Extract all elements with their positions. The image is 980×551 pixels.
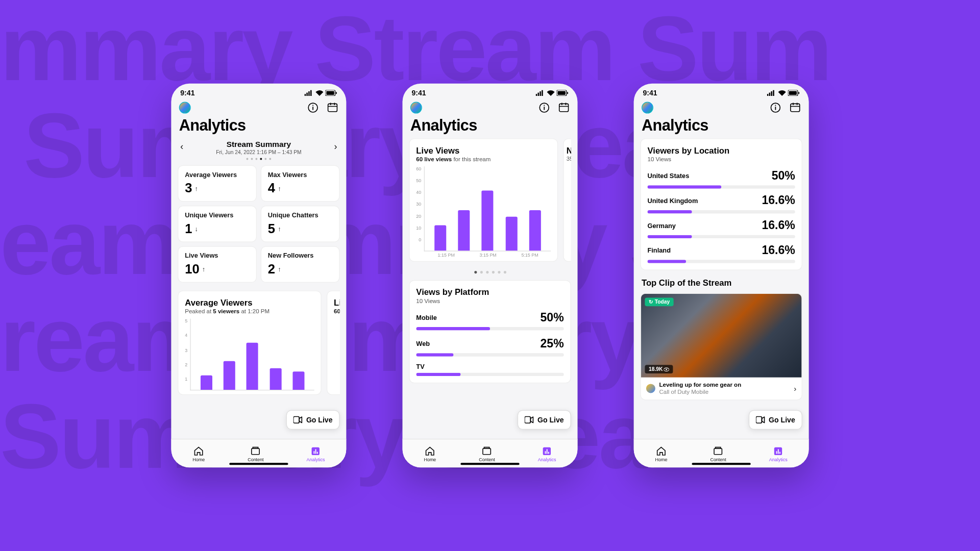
video-icon — [524, 416, 533, 423]
location-pct: 50% — [772, 169, 795, 183]
x-axis: 1:15 PM3:15 PM5:15 PM — [425, 253, 551, 257]
tab-content[interactable]: Content — [248, 445, 263, 461]
avatar[interactable] — [179, 102, 191, 114]
location-name: Finland — [647, 247, 671, 254]
stat-label: Unique Chatters — [268, 212, 333, 219]
info-icon[interactable] — [770, 102, 781, 114]
platform-row: Mobile50% — [416, 311, 564, 330]
svg-rect-5 — [326, 91, 334, 95]
svg-rect-15 — [252, 448, 259, 455]
status-time: 9:41 — [411, 89, 426, 96]
partial-chart-card[interactable]: Liv 60 liv — [327, 290, 340, 395]
avatar[interactable] — [410, 102, 422, 114]
tab-analytics[interactable]: Analytics — [538, 445, 556, 461]
svg-rect-3 — [310, 90, 312, 96]
svg-rect-37 — [545, 451, 546, 454]
stat-label: New Followers — [268, 252, 333, 259]
chart-title: Live Views — [416, 145, 551, 155]
avatar[interactable] — [642, 102, 653, 114]
svg-rect-39 — [548, 452, 549, 454]
home-indicator — [460, 463, 519, 465]
card-title: Viewers by Location — [647, 145, 795, 155]
go-live-label: Go Live — [537, 416, 564, 423]
chevron-right-icon[interactable]: › — [334, 141, 337, 151]
svg-rect-26 — [567, 92, 568, 94]
svg-rect-61 — [779, 452, 780, 454]
svg-rect-10 — [328, 104, 337, 111]
average-viewers-chart[interactable]: Average Viewers Peaked at 5 viewers at 1… — [178, 290, 322, 395]
tab-analytics[interactable]: Analytics — [769, 445, 788, 461]
location-name: United States — [647, 172, 689, 180]
clip-views: 18.9K — [645, 365, 673, 373]
svg-point-55 — [666, 368, 668, 370]
partial-card[interactable]: N 35 — [563, 138, 571, 262]
stat-card[interactable]: Unique Viewers 1 ↓ — [178, 206, 257, 242]
phone-screen-1: 9:41 Analytics ‹ Stream Summary Fri, Jun… — [171, 84, 346, 468]
y-axis: 6050403020100 — [416, 166, 424, 251]
calendar-icon[interactable] — [327, 102, 338, 114]
status-icons — [304, 90, 337, 96]
tab-home[interactable]: Home — [655, 445, 668, 461]
y-axis: 54321 — [185, 318, 190, 390]
go-live-button[interactable]: Go Live — [286, 410, 339, 430]
trend-up-icon: ↑ — [195, 185, 198, 192]
chevron-left-icon[interactable]: ‹ — [180, 141, 183, 151]
video-icon — [756, 416, 765, 423]
live-views-chart[interactable]: Live Views 60 live views for this stream… — [409, 138, 558, 262]
stat-card[interactable]: Live Views 10 ↑ — [178, 246, 257, 283]
svg-rect-0 — [304, 94, 306, 96]
stat-card[interactable]: Max Viewers 4 ↑ — [261, 165, 340, 202]
bar — [270, 368, 281, 390]
trend-up-icon: ↑ — [278, 225, 281, 232]
home-icon — [656, 445, 666, 456]
tab-analytics[interactable]: Analytics — [307, 445, 325, 461]
svg-rect-2 — [308, 91, 310, 95]
status-time: 9:41 — [643, 89, 657, 96]
stat-value: 2 — [268, 262, 275, 277]
progress-bar — [647, 260, 795, 263]
bar — [458, 210, 470, 251]
bar — [224, 361, 235, 390]
tab-home[interactable]: Home — [192, 445, 205, 461]
clip-game: Call of Duty Mobile — [659, 388, 742, 395]
info-icon[interactable] — [538, 102, 550, 114]
stat-value: 1 — [185, 221, 192, 236]
info-icon[interactable] — [307, 102, 319, 114]
summary-title: Stream Summary — [171, 140, 346, 149]
clip-meta: Leveling up for some gear on Call of Dut… — [641, 378, 802, 400]
svg-rect-34 — [524, 416, 530, 423]
status-bar: 9:41 — [634, 84, 809, 102]
eye-icon — [664, 367, 669, 372]
svg-rect-60 — [778, 449, 779, 454]
platform-name: TV — [416, 363, 424, 370]
calendar-icon[interactable] — [558, 102, 570, 114]
card-subtitle: 10 Views — [647, 156, 795, 163]
content-icon — [251, 445, 261, 456]
card-title: Views by Platform — [416, 287, 564, 297]
calendar-icon[interactable] — [789, 102, 801, 114]
svg-rect-38 — [547, 449, 548, 454]
svg-rect-43 — [773, 90, 774, 96]
tab-content[interactable]: Content — [479, 445, 495, 461]
svg-rect-6 — [336, 92, 337, 94]
location-name: Germany — [647, 222, 676, 229]
svg-rect-21 — [537, 92, 539, 95]
home-icon — [425, 445, 435, 456]
chart-subtitle: Peaked at 5 viewers at 1:20 PM — [185, 308, 314, 315]
go-live-label: Go Live — [306, 416, 333, 423]
svg-rect-56 — [756, 416, 762, 423]
stat-card[interactable]: Unique Chatters 5 ↑ — [261, 206, 340, 242]
go-live-button[interactable]: Go Live — [748, 410, 802, 430]
stat-card[interactable]: Average Viewers 3 ↑ — [178, 165, 257, 202]
stat-label: Live Views — [185, 252, 250, 259]
svg-rect-9 — [312, 107, 313, 110]
pager-dots — [171, 158, 346, 160]
svg-rect-30 — [559, 104, 569, 111]
location-pct: 16.6% — [762, 219, 795, 233]
stat-value: 5 — [268, 221, 275, 236]
stat-card[interactable]: New Followers 2 ↑ — [261, 246, 340, 283]
tab-home[interactable]: Home — [424, 445, 436, 461]
tab-content[interactable]: Content — [710, 445, 726, 461]
go-live-button[interactable]: Go Live — [517, 410, 571, 430]
top-clip-card[interactable]: ↻ Today 18.9K Leveling up for some gear … — [640, 293, 802, 400]
